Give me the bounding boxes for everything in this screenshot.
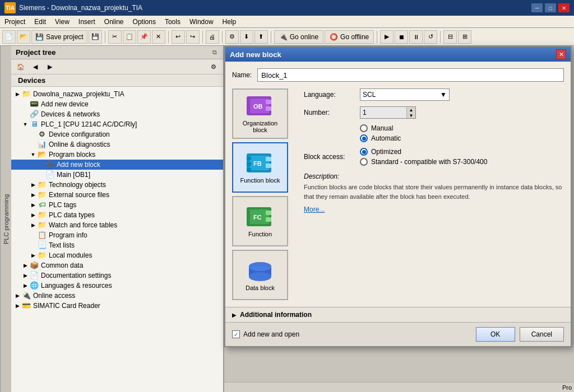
chevron-right-tech-icon[interactable]: ▶ xyxy=(29,182,37,188)
tree-forward-button[interactable]: ▶ xyxy=(44,61,56,72)
chevron-right-local-icon[interactable]: ▶ xyxy=(29,253,37,258)
tree-item-simatic-card[interactable]: ▶ 💳 SIMATIC Card Reader xyxy=(11,301,223,311)
print-button[interactable]: 🖨 xyxy=(206,30,219,44)
cancel-button[interactable]: Cancel xyxy=(520,327,564,342)
minimize-button[interactable]: ─ xyxy=(531,3,543,12)
fc-block-button[interactable]: FC Function xyxy=(232,196,288,246)
new-button[interactable]: 📄 xyxy=(2,30,16,44)
tree-item-languages[interactable]: ▶ 🌐 Languages & resources xyxy=(11,281,223,291)
tree-back-button[interactable]: ◀ xyxy=(29,61,41,72)
ob-block-button[interactable]: OB Organizationblock xyxy=(232,88,288,139)
menu-options[interactable]: Options xyxy=(128,17,160,27)
tree-item-project[interactable]: ▶ 📁 Dowolna_nazwa_projektu_TIA xyxy=(11,89,223,99)
expand-additional-icon[interactable]: ▶ xyxy=(232,312,237,318)
project-tree: ▶ 📁 Dowolna_nazwa_projektu_TIA 📟 Add new… xyxy=(11,87,223,392)
menu-help[interactable]: Help xyxy=(218,17,241,27)
number-input[interactable]: 1 ▲ ▼ xyxy=(360,106,416,119)
tree-item-plc-tags[interactable]: ▶ 🏷 PLC tags xyxy=(11,200,223,210)
chevron-right-tags-icon[interactable]: ▶ xyxy=(29,202,37,208)
chevron-right-common-icon[interactable]: ▶ xyxy=(21,263,29,268)
dialog-close-button[interactable]: ✕ xyxy=(556,49,566,59)
tree-item-tech-objects[interactable]: ▶ 📁 Technology objects xyxy=(11,180,223,190)
chevron-right-lang-icon[interactable]: ▶ xyxy=(21,283,29,288)
tree-item-watch-force[interactable]: ▶ 📁 Watch and force tables xyxy=(11,220,223,230)
standard-radio-button[interactable] xyxy=(360,158,368,166)
add-and-open-checkbox[interactable] xyxy=(232,330,240,338)
tree-settings-button[interactable]: ⚙ xyxy=(207,61,220,72)
manual-radio-button[interactable] xyxy=(360,124,368,132)
view-full-button[interactable]: ⊞ xyxy=(458,30,471,44)
tree-item-online-access[interactable]: ▶ 🔌 Online access xyxy=(11,291,223,301)
menu-project[interactable]: Project xyxy=(0,17,30,27)
tree-item-add-new-block[interactable]: ➕ Add new block xyxy=(11,160,223,170)
tree-item-online-diag[interactable]: 📊 Online & diagnostics xyxy=(11,139,223,150)
tree-item-external-files[interactable]: ▶ 📁 External source files xyxy=(11,190,223,200)
tree-item-plc-data[interactable]: ▶ 📁 PLC data types xyxy=(11,210,223,220)
tree-item-program-info[interactable]: 📋 Program info xyxy=(11,230,223,240)
chevron-right-ext-icon[interactable]: ▶ xyxy=(29,192,37,198)
chevron-right-icon[interactable]: ▶ xyxy=(13,91,21,97)
tree-item-program-blocks[interactable]: ▼ 📂 Program blocks xyxy=(11,150,223,160)
tree-item-common-data[interactable]: ▶ 📦 Common data xyxy=(11,260,223,270)
ob-block-icon: OB xyxy=(246,94,275,118)
auto-radio-button[interactable] xyxy=(360,134,368,142)
stop-sim-button[interactable]: ⏹ xyxy=(395,30,408,44)
tree-item-doc-settings[interactable]: ▶ 📄 Documentation settings xyxy=(11,270,223,281)
chevron-down-plc-icon[interactable]: ▼ xyxy=(21,122,29,127)
close-button[interactable]: ✕ xyxy=(558,3,570,12)
copy-button[interactable]: 📋 xyxy=(123,30,136,44)
view-split-button[interactable]: ⊟ xyxy=(443,30,457,44)
menu-view[interactable]: View xyxy=(50,17,74,27)
save-button[interactable]: 💾Save project xyxy=(31,30,87,44)
ok-button[interactable]: OK xyxy=(476,327,515,342)
tree-home-button[interactable]: 🏠 xyxy=(15,61,27,72)
undo-button[interactable]: ↩ xyxy=(172,30,185,44)
chevron-right-data-icon[interactable]: ▶ xyxy=(29,212,37,218)
go-online-button[interactable]: 🔌Go online xyxy=(274,30,323,44)
menu-tools[interactable]: Tools xyxy=(160,17,185,27)
fb-block-button[interactable]: FB Function block xyxy=(232,142,288,193)
menu-edit[interactable]: Edit xyxy=(30,17,50,27)
spinner-down-button[interactable]: ▼ xyxy=(406,113,415,118)
language-select[interactable]: SCL ▼ xyxy=(360,88,450,101)
menu-window[interactable]: Window xyxy=(185,17,218,27)
build-button[interactable]: ⚙ xyxy=(225,30,239,44)
upload-button[interactable]: ⬆ xyxy=(254,30,268,44)
chevron-right-card-icon[interactable]: ▶ xyxy=(13,303,21,309)
chevron-down-blocks-icon[interactable]: ▼ xyxy=(29,152,37,157)
tree-item-plc1[interactable]: ▼ 🖥 PLC_1 [CPU 1214C AC/DC/Rly] xyxy=(11,119,223,129)
redo-button[interactable]: ↪ xyxy=(186,30,200,44)
start-sim-button[interactable]: ▶ xyxy=(380,30,394,44)
maximize-button[interactable]: □ xyxy=(545,3,556,12)
optimized-radio-button[interactable] xyxy=(360,148,368,156)
tree-label-simatic-card: SIMATIC Card Reader xyxy=(33,302,100,310)
download-button[interactable]: ⬇ xyxy=(240,30,253,44)
open-button[interactable]: 📂 xyxy=(17,30,30,44)
menu-insert[interactable]: Insert xyxy=(74,17,100,27)
chevron-right-online-icon[interactable]: ▶ xyxy=(13,293,21,298)
spinner-up-button[interactable]: ▲ xyxy=(406,107,415,113)
tree-item-devices-networks[interactable]: 🔗 Devices & networks xyxy=(11,109,223,119)
paste-button[interactable]: 📌 xyxy=(137,30,151,44)
chevron-right-doc-icon[interactable]: ▶ xyxy=(21,273,29,278)
side-tab-plc[interactable]: PLC programming xyxy=(0,46,11,392)
cut-button[interactable]: ✂ xyxy=(108,30,122,44)
go-offline-button[interactable]: ⭕Go offline xyxy=(325,30,374,44)
db-block-button[interactable]: Data block xyxy=(232,250,288,300)
name-input[interactable] xyxy=(257,68,564,82)
more-link[interactable]: More... xyxy=(304,206,564,213)
pro-tab[interactable]: Pro xyxy=(562,384,572,391)
tree-item-device-config[interactable]: ⚙ Device configuration xyxy=(11,129,223,139)
chevron-right-watch-icon[interactable]: ▶ xyxy=(29,222,37,228)
tree-item-add-device[interactable]: 📟 Add new device xyxy=(11,99,223,109)
pause-sim-button[interactable]: ⏸ xyxy=(409,30,423,44)
delete-button[interactable]: ✕ xyxy=(152,30,165,44)
save-as-button[interactable]: 💾 xyxy=(89,30,102,44)
tree-item-text-lists[interactable]: 📃 Text lists xyxy=(11,240,223,250)
reset-sim-button[interactable]: ↺ xyxy=(424,30,437,44)
menu-online[interactable]: Online xyxy=(100,17,128,27)
devices-tab[interactable]: Devices xyxy=(11,74,223,87)
collapse-button[interactable]: ⧉ xyxy=(211,49,219,57)
tree-item-local-modules[interactable]: ▶ 📁 Local modules xyxy=(11,250,223,260)
tree-item-main-ob1[interactable]: 📄 Main [OB1] xyxy=(11,170,223,180)
